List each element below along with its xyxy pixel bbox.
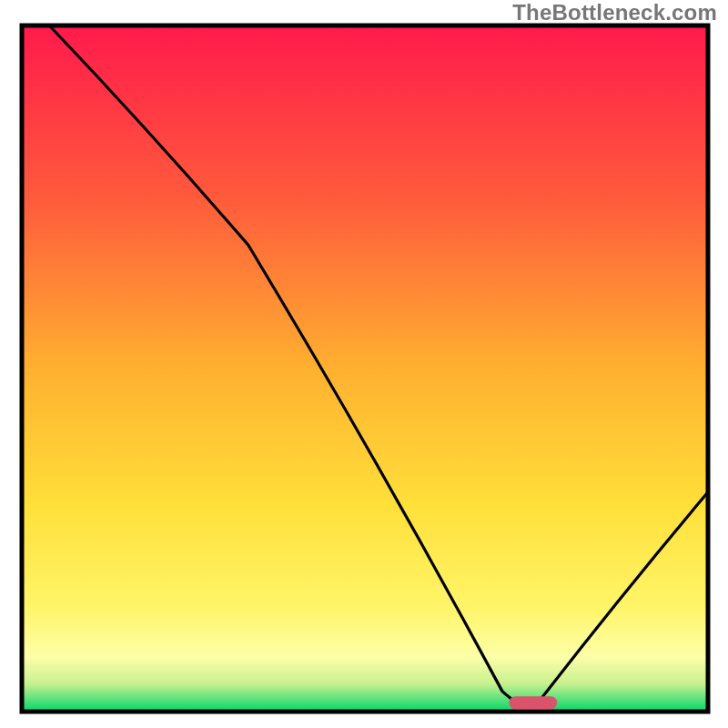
plot-background [22, 25, 708, 712]
bottleneck-chart [0, 0, 728, 728]
optimal-marker [509, 696, 557, 709]
chart-container: TheBottleneck.com [0, 0, 728, 728]
watermark-text: TheBottleneck.com [512, 0, 717, 25]
